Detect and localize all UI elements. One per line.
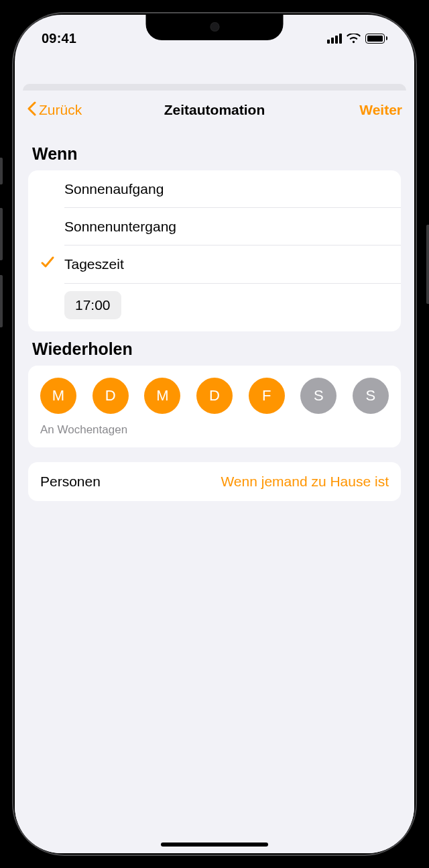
chevron-left-icon — [27, 101, 36, 119]
time-picker[interactable]: 17:00 — [64, 291, 121, 319]
option-row-timeofday[interactable]: Tageszeit — [28, 246, 401, 283]
side-button — [0, 208, 3, 260]
wifi-icon — [347, 34, 361, 44]
screen: 09:41 — [15, 15, 414, 853]
day-toggle-saturday[interactable]: S — [300, 378, 336, 414]
section-heading-when: Wenn — [32, 144, 397, 164]
day-toggle-wednesday[interactable]: M — [144, 378, 180, 414]
side-button — [0, 275, 3, 327]
home-indicator[interactable] — [161, 843, 268, 847]
side-button — [426, 225, 429, 304]
back-label: Zurück — [39, 102, 82, 118]
battery-icon — [365, 34, 387, 44]
persons-card: Personen Wenn jemand zu Hause ist — [28, 462, 401, 501]
page-title: Zeitautomation — [164, 102, 265, 118]
option-row-sunset[interactable]: Sonnenuntergang — [28, 208, 401, 246]
persons-value: Wenn jemand zu Hause ist — [221, 474, 389, 490]
when-card: Sonnenaufgang Sonnenuntergang — [28, 170, 401, 331]
persons-label: Personen — [40, 474, 101, 490]
repeat-card: M D M D F S S An Wochentagen — [28, 366, 401, 447]
next-button[interactable]: Weiter — [359, 102, 402, 118]
checkmark-icon — [40, 255, 55, 274]
day-toggle-thursday[interactable]: D — [196, 378, 233, 414]
day-toggle-tuesday[interactable]: D — [93, 378, 129, 414]
days-row: M D M D F S S — [40, 378, 389, 414]
option-label: Sonnenaufgang — [64, 181, 164, 197]
repeat-hint: An Wochentagen — [40, 423, 389, 437]
option-label: Tageszeit — [64, 256, 124, 272]
phone-frame: 09:41 — [0, 0, 429, 868]
time-row: 17:00 — [28, 283, 401, 331]
status-time: 09:41 — [42, 31, 76, 46]
nav-bar: Zurück Zeitautomation Weiter — [15, 91, 414, 129]
camera-icon — [210, 22, 219, 32]
day-toggle-sunday[interactable]: S — [353, 378, 389, 414]
option-row-sunrise[interactable]: Sonnenaufgang — [28, 170, 401, 208]
section-heading-repeat: Wiederholen — [32, 339, 397, 359]
day-toggle-monday[interactable]: M — [40, 378, 76, 414]
notch — [146, 15, 284, 40]
sheet-stack-background — [23, 84, 406, 91]
option-label: Sonnenuntergang — [64, 219, 176, 235]
day-toggle-friday[interactable]: F — [249, 378, 285, 414]
cellular-icon — [327, 34, 342, 44]
back-button[interactable]: Zurück — [27, 101, 82, 119]
side-button — [0, 158, 3, 184]
modal-sheet: Zurück Zeitautomation Weiter Wenn Sonnen… — [15, 91, 414, 853]
persons-row[interactable]: Personen Wenn jemand zu Hause ist — [28, 462, 401, 501]
